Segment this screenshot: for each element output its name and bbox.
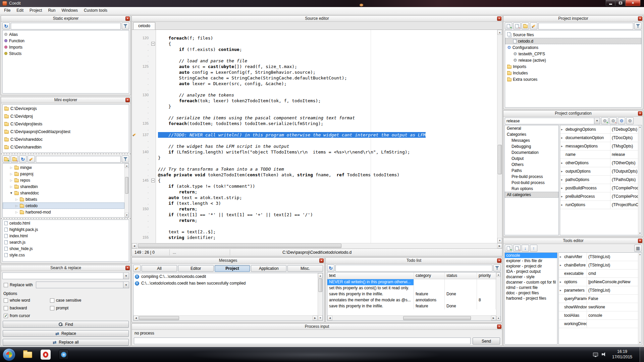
inspector-node-extra-sources[interactable]: Extra sources	[505, 76, 641, 82]
expand-arrow-icon[interactable]	[561, 136, 565, 139]
expand-arrow-icon[interactable]	[9, 179, 13, 182]
code-line-120[interactable]: 120 foreach(f; files)	[132, 35, 497, 41]
tree-node-harbored-mod[interactable]: harbored-mod	[3, 209, 124, 215]
scrollbar-thumb[interactable]	[125, 177, 128, 194]
config-category-general[interactable]: General	[505, 125, 558, 131]
dropdown-button[interactable]	[123, 273, 129, 279]
scroll-down-arrow[interactable]	[497, 238, 502, 243]
property-pathsoptions[interactable]: pathsOptions(TPathsOpts)	[560, 176, 638, 184]
property-workingdirect[interactable]: workingDirect	[559, 320, 638, 328]
panel-header[interactable]: Mini explorer	[1, 97, 130, 103]
property-value[interactable]: (TProjectRunO	[610, 201, 638, 209]
property-value[interactable]: console	[587, 311, 638, 319]
property-parameters[interactable]: parameters(TStringList)	[559, 286, 638, 295]
property-value[interactable]: (TDebugOpts)	[610, 125, 638, 133]
static-explorer-item-function[interactable]: Function	[3, 38, 129, 44]
expand-arrow-icon[interactable]	[9, 172, 13, 176]
edit-button[interactable]	[530, 22, 537, 29]
editor-vertical-scrollbar[interactable]	[497, 30, 502, 243]
search-input[interactable]	[2, 273, 123, 279]
editor-horizontal-scrollbar[interactable]: ◀ ▶	[132, 243, 502, 248]
close-panel-button[interactable]	[638, 16, 642, 21]
property-value[interactable]: cmd	[587, 269, 638, 278]
property-value[interactable]	[587, 320, 638, 328]
property-options[interactable]: options[poNewConsole,poNew	[559, 278, 638, 286]
tree-node-pasproj[interactable]: pasproj	[3, 171, 124, 177]
code-line-140[interactable]: 140 if (LfmString.length) writefln("obje…	[132, 149, 497, 155]
code-line-138[interactable]: .	[132, 138, 497, 143]
message-item[interactable]: C:\...\cetodo\cetodo.coedit has been suc…	[133, 280, 318, 287]
fold-collapse-icon[interactable]	[151, 42, 155, 46]
messages-horizontal-scrollbar[interactable]	[133, 315, 318, 320]
inspector-node-testwith-cpfs[interactable]: testwith_CPFS	[505, 51, 641, 57]
close-panel-button[interactable]	[497, 258, 501, 263]
close-panel-button[interactable]	[125, 98, 130, 102]
code-line-149[interactable]: . if (text.length < 3)	[132, 200, 497, 206]
taskbar-browser-button[interactable]	[39, 348, 52, 361]
code-line-137[interactable]: 137 //TODO: NEVER call writeln() in this…	[132, 132, 497, 138]
expand-arrow-icon[interactable]	[561, 144, 565, 148]
scroll-up-arrow[interactable]	[318, 273, 323, 278]
property-value[interactable]: [poNewConsole,poNew	[587, 278, 638, 286]
file-item-style-css[interactable]: style.css	[3, 252, 129, 258]
tool-item-console[interactable]: console	[505, 253, 557, 258]
scroll-left-arrow[interactable]: ◀	[132, 243, 137, 248]
filter-button[interactable]	[122, 156, 129, 163]
scroll-left-arrow[interactable]	[327, 316, 332, 320]
add-favorite-button[interactable]: +	[2, 156, 10, 163]
checkbox-from-cursor[interactable]: from cursor	[4, 313, 50, 318]
file-item-highlight-pack-js[interactable]: highlight.pack.js	[3, 226, 129, 233]
config-category-documentation[interactable]: Documentation	[505, 149, 558, 156]
network-icon[interactable]	[593, 353, 598, 356]
filter-button[interactable]	[122, 22, 129, 29]
code-line-129[interactable]: .	[132, 86, 497, 92]
inspector-node-imports[interactable]: Imports	[505, 63, 641, 70]
config-category-categories[interactable]: Categories	[505, 131, 558, 137]
todo-row[interactable]: NEVER call writeln() in this program oth…	[327, 279, 496, 285]
remove-tool-button[interactable]: −	[513, 245, 521, 252]
mini-explorer-filter-input[interactable]	[36, 156, 121, 163]
expand-arrow-icon[interactable]	[561, 186, 565, 190]
scroll-up-arrow[interactable]	[125, 164, 129, 168]
grid-vertical-scrollbar[interactable]	[638, 253, 642, 344]
add-configuration-button[interactable]: +	[601, 117, 608, 124]
process-input-field[interactable]	[134, 338, 471, 344]
property-showwindows[interactable]: showWindowsswoNone	[559, 303, 638, 311]
scroll-left-arrow[interactable]	[133, 316, 139, 320]
code-line-122[interactable]: . if (!f.exists) continue;	[132, 47, 497, 52]
menu-item-file[interactable]: File	[1, 7, 13, 14]
scroll-down-arrow[interactable]	[318, 315, 323, 320]
scroll-right-arrow[interactable]	[313, 316, 318, 320]
todo-row[interactable]: save this property in the inifile.featur…	[327, 303, 496, 309]
move-tool-up-button[interactable]: ↑	[530, 245, 537, 252]
find-button[interactable]: Find	[3, 321, 129, 328]
close-panel-button[interactable]	[497, 324, 501, 329]
messages-tab-editor[interactable]: Editor	[178, 265, 214, 272]
send-button[interactable]: Send	[473, 338, 500, 345]
grid-vertical-scrollbar[interactable]	[638, 125, 642, 235]
property-queryparamet[interactable]: queryParametFalse	[559, 295, 638, 303]
code-line-124[interactable]: . // load and parse the file	[132, 58, 497, 64]
tree-node-mingw[interactable]: mingw	[3, 164, 124, 171]
code-line-139[interactable]: . // the widget has the LFM script in th…	[132, 143, 497, 149]
property-executable[interactable]: executablecmd	[559, 269, 638, 278]
property-value[interactable]: (TMsgOpts)	[610, 142, 638, 150]
property-runoptions[interactable]: runOptions(TProjectRunO	[560, 201, 638, 209]
property-value[interactable]: False	[587, 295, 638, 303]
close-panel-button[interactable]	[125, 16, 130, 21]
code-line-155[interactable]: 155 string identifier;	[132, 235, 497, 240]
property-postbuildprocess[interactable]: postBuildProcess(TCompileProc	[560, 184, 638, 192]
property-value[interactable]: release	[610, 150, 638, 159]
code-line-125[interactable]: 125 auto src = cast(ubyte[]) read(f, siz…	[132, 64, 497, 69]
checkbox-whole-word[interactable]: whole word	[4, 298, 50, 303]
scrollbar-thumb[interactable]	[498, 145, 502, 174]
config-category-post-build-process[interactable]: Post-build process	[505, 180, 558, 186]
panel-header[interactable]: Process input	[132, 324, 502, 330]
property-value[interactable]: (TStringList)	[587, 286, 638, 294]
fold-collapse-icon[interactable]	[151, 179, 155, 182]
code-line-142[interactable]: .	[132, 161, 497, 166]
expand-arrow-icon[interactable]	[560, 280, 564, 284]
property-value[interactable]: (TPathsOpts)	[610, 176, 638, 184]
scroll-down-arrow[interactable]	[125, 213, 129, 217]
close-panel-button[interactable]	[497, 16, 501, 21]
